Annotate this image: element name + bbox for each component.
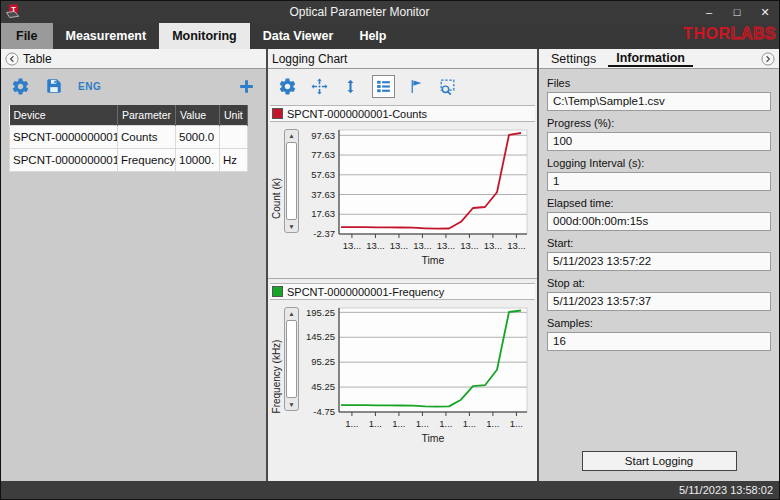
table-cell[interactable]: Counts [118,126,176,149]
field-label: Samples: [547,317,771,329]
field-value[interactable]: 100 [547,132,771,151]
main-content: Table ENG Device Paramet [1,49,779,481]
scrollbar-track[interactable] [285,141,298,221]
column-header-parameter: Parameter [118,105,176,126]
table-row[interactable]: SPCNT-0000000001Counts5000.0 [10,126,248,149]
scrollbar-thumb[interactable] [286,320,297,398]
vertical-scale-button[interactable] [342,77,359,96]
svg-text:13...: 13... [413,240,432,251]
chart-panel-header: Logging Chart [268,49,537,69]
table-cell[interactable]: Hz [220,149,248,172]
frequency-chart-block: SPCNT-0000000001-Frequency Frequency (kH… [268,281,537,452]
svg-text:37.63: 37.63 [311,189,335,200]
field-value[interactable]: 5/11/2023 13:57:22 [547,252,771,271]
svg-text:195.25: 195.25 [306,307,335,318]
menu-tab-data-viewer[interactable]: Data Viewer [250,23,347,49]
field-label: Logging Interval (s): [547,157,771,169]
field-label: Progress (%): [547,117,771,129]
column-header-value: Value [176,105,220,126]
field-label: Start: [547,237,771,249]
column-header-device: Device [10,105,118,126]
svg-text:13...: 13... [366,240,385,251]
y-axis-scrollbar[interactable]: ▲ ▼ [284,129,299,233]
svg-text:1...: 1... [369,418,382,429]
table-cell[interactable]: SPCNT-0000000001 [10,149,118,172]
chart-panel-title: Logging Chart [272,52,347,66]
save-button[interactable] [45,77,63,95]
frequency-legend[interactable]: SPCNT-0000000001-Frequency [270,283,535,300]
device-table-body: SPCNT-0000000001Counts5000.0SPCNT-000000… [10,126,248,172]
menu-tab-file[interactable]: File [1,23,53,49]
field-value[interactable]: 000d:00h:00m:15s [547,212,771,231]
tab-information[interactable]: Information [608,50,693,67]
scroll-down-button[interactable]: ▼ [285,399,298,410]
table-settings-button[interactable] [11,77,30,96]
counts-legend[interactable]: SPCNT-0000000001-Counts [270,105,535,122]
legend-toggle-button[interactable] [372,75,395,98]
minimize-button[interactable]: – [695,1,723,23]
plus-icon [237,77,256,96]
svg-text:-2.37: -2.37 [313,228,335,239]
scrollbar-track[interactable] [285,319,298,399]
eng-units-button[interactable]: ENG [78,81,101,92]
svg-text:95.25: 95.25 [311,356,335,367]
marker-flag-button[interactable] [408,77,425,96]
field-label: Elapsed time: [547,197,771,209]
field-label: Stop at: [547,277,771,289]
start-logging-button[interactable]: Start Logging [582,451,737,471]
menu-tab-monitoring[interactable]: Monitoring [159,23,250,49]
table-cell[interactable]: 10000. [176,149,220,172]
svg-text:Time: Time [422,432,445,444]
menu-tab-help[interactable]: Help [346,23,399,49]
svg-text:13...: 13... [343,240,362,251]
svg-text:57.63: 57.63 [311,169,335,180]
svg-text:1...: 1... [416,418,429,429]
logging-chart-panel: Logging Chart [268,49,539,481]
field-value[interactable]: 5/11/2023 13:57:37 [547,292,771,311]
chart-settings-button[interactable] [278,77,297,96]
pan-button[interactable] [310,77,329,96]
app-icon: T [4,4,24,20]
zoom-select-button[interactable] [438,77,457,96]
scroll-up-button[interactable]: ▲ [285,130,298,141]
status-bar: 5/11/2023 13:58:02 [1,481,779,499]
app-window: T Optical Parameter Monitor – □ ✕ File M… [0,0,780,500]
counts-chart[interactable]: 97.6377.6357.6337.6317.63-2.3713...13...… [299,122,533,272]
svg-text:1...: 1... [439,418,452,429]
expand-panel-button[interactable] [761,52,775,66]
menu-tab-measurement[interactable]: Measurement [53,23,160,49]
table-cell[interactable]: 5000.0 [176,126,220,149]
svg-text:145.25: 145.25 [306,331,335,342]
legend-swatch [272,108,283,119]
gear-icon [278,77,297,96]
svg-text:13...: 13... [484,240,503,251]
svg-text:13...: 13... [437,240,456,251]
collapse-panel-button[interactable] [5,52,19,66]
table-cell[interactable]: SPCNT-0000000001 [10,126,118,149]
window-title: Optical Parameter Monitor [24,5,695,19]
svg-text:1...: 1... [392,418,405,429]
svg-text:Time: Time [422,254,445,266]
scrollbar-thumb[interactable] [286,142,297,220]
svg-text:13...: 13... [507,240,526,251]
table-cell[interactable]: Frequency [118,149,176,172]
tab-settings[interactable]: Settings [543,51,604,66]
add-parameter-button[interactable] [237,77,256,96]
svg-text:1...: 1... [463,418,476,429]
frequency-chart-row: Frequency (kHz) ▲ ▼ 195.25145.2595.2545.… [268,300,537,452]
status-datetime: 5/11/2023 13:58:02 [679,484,773,496]
field-value[interactable]: 1 [547,172,771,191]
scroll-up-button[interactable]: ▲ [285,308,298,319]
legend-label: SPCNT-0000000001-Frequency [287,286,444,298]
field-value[interactable]: C:\Temp\Sample1.csv [547,92,771,111]
maximize-button[interactable]: □ [723,1,751,23]
thorlabs-logo: THORLABS [683,25,776,43]
field-value[interactable]: 16 [547,332,771,351]
table-cell[interactable] [220,126,248,149]
y-axis-scrollbar[interactable]: ▲ ▼ [284,307,299,411]
legend-list-icon [375,78,392,95]
close-button[interactable]: ✕ [751,1,779,23]
table-row[interactable]: SPCNT-0000000001Frequency10000.Hz [10,149,248,172]
frequency-chart[interactable]: 195.25145.2595.2545.25-4.751...1...1...1… [299,300,533,450]
scroll-down-button[interactable]: ▼ [285,221,298,232]
